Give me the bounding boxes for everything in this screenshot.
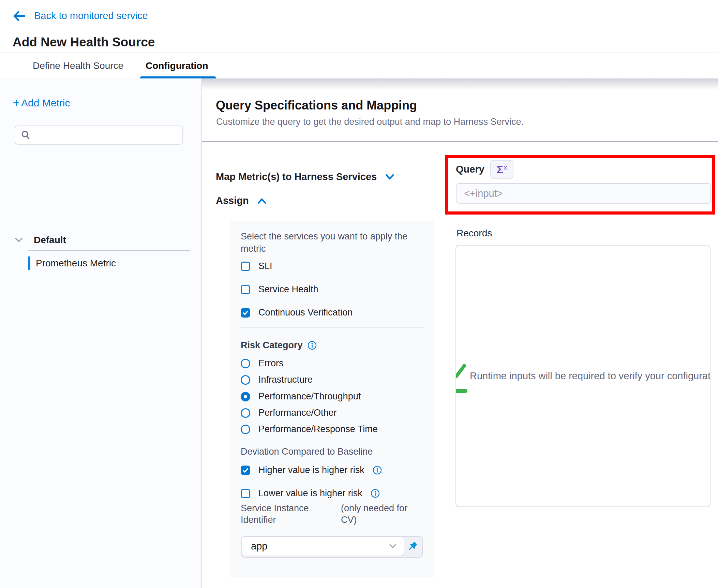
add-health-source-screen: Back to monitored service Add New Health… xyxy=(0,0,718,588)
records-panel: Runtime inputs will be required to verif… xyxy=(455,245,710,507)
checkbox-label: SLI xyxy=(258,261,272,271)
checkbox-continuous-verification[interactable]: Continuous Verification xyxy=(241,307,353,318)
formula-sigma-button[interactable]: Σ x xyxy=(490,160,513,179)
info-icon[interactable] xyxy=(308,341,317,350)
checkbox-checked-icon xyxy=(241,466,250,475)
selected-metric-indicator xyxy=(28,256,30,270)
main-content: Query Specifications and Mapping Customi… xyxy=(202,78,718,588)
radio-performance-other[interactable]: Performance/Other xyxy=(241,408,337,418)
sidebar-item-prometheus-metric[interactable]: Prometheus Metric xyxy=(28,256,116,270)
runtime-inputs-message: Runtime inputs will be required to verif… xyxy=(470,370,710,382)
checkbox-higher-value-risk[interactable]: Higher value is higher risk xyxy=(241,465,382,475)
radio-infrastructure[interactable]: Infrastructure xyxy=(241,374,313,385)
pushpin-icon xyxy=(407,541,419,553)
tab-bar: Define Health Source Configuration xyxy=(0,52,718,79)
chevron-down-icon xyxy=(15,237,23,243)
chevron-down-icon xyxy=(385,174,394,180)
page-title: Add New Health Source xyxy=(13,35,155,49)
tab-define-health-source[interactable]: Define Health Source xyxy=(33,53,123,79)
search-icon xyxy=(21,130,30,140)
checkbox-icon xyxy=(241,285,250,294)
radio-selected-icon xyxy=(241,392,250,401)
plus-icon: + xyxy=(13,98,20,108)
radio-label: Performance/Throughput xyxy=(258,391,361,402)
radio-icon xyxy=(241,425,250,434)
assign-panel: Select the services you want to apply th… xyxy=(230,221,434,577)
service-instance-label: Service Instance Identifier xyxy=(241,502,329,526)
radio-label: Infrastructure xyxy=(258,374,313,385)
back-arrow-icon xyxy=(13,11,25,21)
sigma-sup: x xyxy=(504,164,507,171)
tab-configuration[interactable]: Configuration xyxy=(146,53,208,79)
service-instance-select[interactable]: app xyxy=(241,536,404,556)
panel-divider xyxy=(241,327,423,328)
assign-label: Assign xyxy=(216,195,249,206)
metric-search-box xyxy=(15,126,183,145)
section-divider xyxy=(202,141,718,142)
checkbox-sli[interactable]: SLI xyxy=(241,261,272,271)
service-instance-value: app xyxy=(251,541,267,552)
metrics-sidebar: + Add Metric Default Prometheus Metr xyxy=(0,78,202,588)
sigma-icon: Σ xyxy=(497,163,503,176)
checkbox-label: Service Health xyxy=(258,284,318,295)
radio-icon xyxy=(241,359,250,368)
checkbox-label: Continuous Verification xyxy=(258,307,353,318)
checkbox-icon xyxy=(241,489,250,498)
service-instance-dropdown: app xyxy=(241,536,423,558)
service-instance-hint: (only needed for CV) xyxy=(341,502,423,526)
radio-label: Performance/Other xyxy=(258,408,337,418)
page-header: Back to monitored service Add New Health… xyxy=(0,0,718,52)
map-metrics-label: Map Metric(s) to Harness Services xyxy=(216,171,377,182)
info-icon[interactable] xyxy=(371,489,380,498)
deviation-label: Deviation Compared to Baseline xyxy=(241,446,373,457)
group-divider xyxy=(28,250,190,251)
risk-category-header: Risk Category xyxy=(241,340,317,351)
metric-search-input[interactable] xyxy=(35,130,180,141)
risk-category-label: Risk Category xyxy=(241,340,303,351)
radio-label: Performance/Response Time xyxy=(258,424,378,435)
metric-item-label: Prometheus Metric xyxy=(36,258,116,269)
query-input[interactable] xyxy=(456,183,711,204)
map-metrics-section-toggle[interactable]: Map Metric(s) to Harness Services xyxy=(216,171,394,182)
add-metric-label: Add Metric xyxy=(21,97,70,109)
radio-performance-throughput[interactable]: Performance/Throughput xyxy=(241,391,361,402)
chevron-up-icon xyxy=(257,197,267,204)
checkbox-label: Lower value is higher risk xyxy=(258,488,362,499)
metric-group-label: Default xyxy=(34,235,66,246)
section-heading: Query Specifications and Mapping xyxy=(216,98,417,113)
checkbox-lower-value-risk[interactable]: Lower value is higher risk xyxy=(241,488,380,499)
query-label: Query xyxy=(456,164,484,175)
checkbox-checked-icon xyxy=(241,308,250,318)
section-subheading: Customize the query to get the desired o… xyxy=(216,117,524,127)
add-metric-button[interactable]: + Add Metric xyxy=(13,97,70,109)
radio-label: Errors xyxy=(258,358,284,369)
back-to-monitored-service-link[interactable]: Back to monitored service xyxy=(13,10,148,21)
records-label: Records xyxy=(457,228,492,239)
checkbox-icon xyxy=(241,262,250,271)
radio-errors[interactable]: Errors xyxy=(241,358,284,369)
back-link-label: Back to monitored service xyxy=(34,10,148,21)
radio-icon xyxy=(241,408,250,418)
assign-section-toggle[interactable]: Assign xyxy=(216,195,267,206)
info-icon[interactable] xyxy=(373,466,382,475)
checkbox-service-health[interactable]: Service Health xyxy=(241,284,318,295)
chevron-down-icon xyxy=(389,544,397,549)
radio-icon xyxy=(241,375,250,385)
tabbar-shadow xyxy=(202,78,718,90)
radio-performance-response-time[interactable]: Performance/Response Time xyxy=(241,424,378,435)
metric-group-default[interactable]: Default xyxy=(15,235,66,246)
checkbox-label: Higher value is higher risk xyxy=(258,465,364,475)
runtime-input-pin-button[interactable] xyxy=(404,537,422,557)
services-select-label: Select the services you want to apply th… xyxy=(241,230,411,255)
